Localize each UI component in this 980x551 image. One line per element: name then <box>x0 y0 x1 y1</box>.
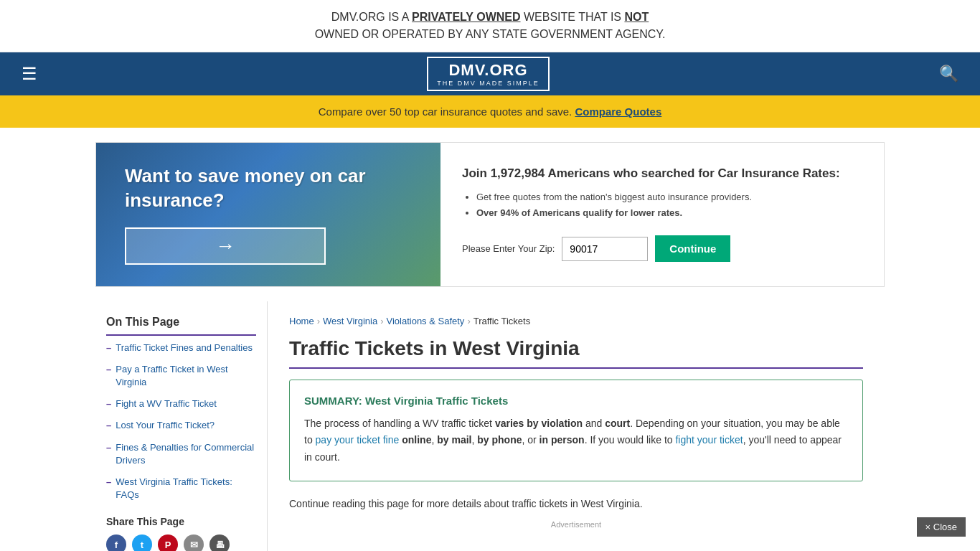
top-banner-line2: OWNED OR OPERATED BY ANY STATE GOVERNMEN… <box>14 26 966 43</box>
sidebar-item-fines: – Traffic Ticket Fines and Penalties <box>106 342 256 354</box>
compare-quotes-link[interactable]: Compare Quotes <box>575 105 661 118</box>
sidebar-link-lost[interactable]: Lost Your Traffic Ticket? <box>116 419 215 432</box>
dash-icon: – <box>106 476 111 487</box>
dash-icon: – <box>106 364 111 375</box>
sidebar-link-commercial[interactable]: Fines & Penalties for Commercial Drivers <box>116 441 256 467</box>
email-icon[interactable]: ✉ <box>184 534 204 551</box>
sidebar-item-pay: – Pay a Traffic Ticket in West Virginia <box>106 363 256 389</box>
promo-text: Compare over 50 top car insurance quotes… <box>319 105 573 118</box>
breadcrumb-sep-3: › <box>467 316 470 326</box>
sidebar-nav: – Traffic Ticket Fines and Penalties – P… <box>106 342 256 502</box>
dash-icon: – <box>106 420 111 430</box>
insurance-headline: Want to save money on car insurance? <box>125 164 412 213</box>
sidebar-link-pay[interactable]: Pay a Traffic Ticket in West Virginia <box>116 363 256 389</box>
insurance-widget: Want to save money on car insurance? → J… <box>95 142 885 287</box>
search-icon[interactable]: 🔍 <box>939 65 958 83</box>
sidebar-item-commercial: – Fines & Penalties for Commercial Drive… <box>106 441 256 467</box>
close-button[interactable]: × Close <box>917 517 966 537</box>
breadcrumb-violations[interactable]: Violations & Safety <box>386 316 464 326</box>
fight-ticket-link[interactable]: fight your ticket <box>675 434 743 446</box>
logo-sub: THE DMV MADE SIMPLE <box>437 80 540 87</box>
navbar: ☰ DMV.ORG THE DMV MADE SIMPLE 🔍 <box>0 52 980 95</box>
summary-heading: SUMMARY: West Virginia Traffic Tickets <box>304 395 848 407</box>
article: Home › West Virginia › Violations & Safe… <box>268 301 885 551</box>
zip-label: Please Enter Your Zip: <box>462 243 555 254</box>
facebook-icon[interactable]: f <box>106 534 126 551</box>
insurance-bullets: Get free quotes from the nation's bigges… <box>462 189 862 221</box>
sidebar-link-fines[interactable]: Traffic Ticket Fines and Penalties <box>116 342 253 354</box>
sidebar: On This Page – Traffic Ticket Fines and … <box>95 301 268 551</box>
breadcrumb-sep-1: › <box>317 316 320 326</box>
hamburger-icon[interactable]: ☰ <box>22 64 37 84</box>
zip-row: Please Enter Your Zip: Continue <box>462 235 862 262</box>
insurance-bullet-2: Over 94% of Americans qualify for lower … <box>476 205 862 221</box>
breadcrumb-west-virginia[interactable]: West Virginia <box>323 316 377 326</box>
sidebar-item-faqs: – West Virginia Traffic Tickets: FAQs <box>106 476 256 501</box>
dash-icon: – <box>106 342 111 353</box>
top-banner-line1: DMV.ORG IS A PRIVATELY OWNED WEBSITE THA… <box>14 9 966 26</box>
breadcrumb-home[interactable]: Home <box>289 316 314 326</box>
breadcrumb: Home › West Virginia › Violations & Safe… <box>289 316 863 326</box>
zip-input[interactable] <box>562 237 648 261</box>
pinterest-icon[interactable]: P <box>158 534 178 551</box>
main-content: On This Page – Traffic Ticket Fines and … <box>95 301 885 551</box>
breadcrumb-sep-2: › <box>380 316 383 326</box>
print-icon[interactable]: 🖶 <box>209 534 230 551</box>
summary-box: SUMMARY: West Virginia Traffic Tickets T… <box>289 380 863 481</box>
ad-label: Advertisement <box>289 520 863 529</box>
sidebar-item-lost: – Lost Your Traffic Ticket? <box>106 419 256 432</box>
breadcrumb-current: Traffic Tickets <box>473 316 530 326</box>
insurance-bullet-1: Get free quotes from the nation's bigges… <box>476 189 862 205</box>
promo-banner: Compare over 50 top car insurance quotes… <box>0 95 980 128</box>
arrow-button[interactable]: → <box>125 227 326 265</box>
continue-text: Continue reading this page for more deta… <box>289 496 863 513</box>
logo-text: DMV.ORG <box>437 61 540 80</box>
sidebar-link-faqs[interactable]: West Virginia Traffic Tickets: FAQs <box>116 476 256 501</box>
sidebar-item-fight: – Fight a WV Traffic Ticket <box>106 397 256 410</box>
insurance-form: Join 1,972,984 Americans who searched fo… <box>440 143 884 286</box>
continue-button[interactable]: Continue <box>655 235 730 262</box>
page-title: Traffic Tickets in West Virginia <box>289 337 863 369</box>
social-icons: f t P ✉ 🖶 <box>106 534 256 551</box>
sidebar-link-fight[interactable]: Fight a WV Traffic Ticket <box>116 397 217 410</box>
dash-icon: – <box>106 442 111 453</box>
top-banner: DMV.ORG IS A PRIVATELY OWNED WEBSITE THA… <box>0 0 980 52</box>
sidebar-title: On This Page <box>106 316 256 336</box>
summary-body: The process of handling a WV traffic tic… <box>304 415 848 466</box>
insurance-image: Want to save money on car insurance? → <box>96 143 440 286</box>
insurance-join-text: Join 1,972,984 Americans who searched fo… <box>462 166 862 181</box>
twitter-icon[interactable]: t <box>132 534 152 551</box>
pay-ticket-link[interactable]: pay your ticket fine <box>316 434 400 446</box>
arrow-icon: → <box>215 235 235 258</box>
dash-icon: – <box>106 398 111 409</box>
share-title: Share This Page <box>106 516 256 527</box>
logo[interactable]: DMV.ORG THE DMV MADE SIMPLE <box>427 57 550 91</box>
